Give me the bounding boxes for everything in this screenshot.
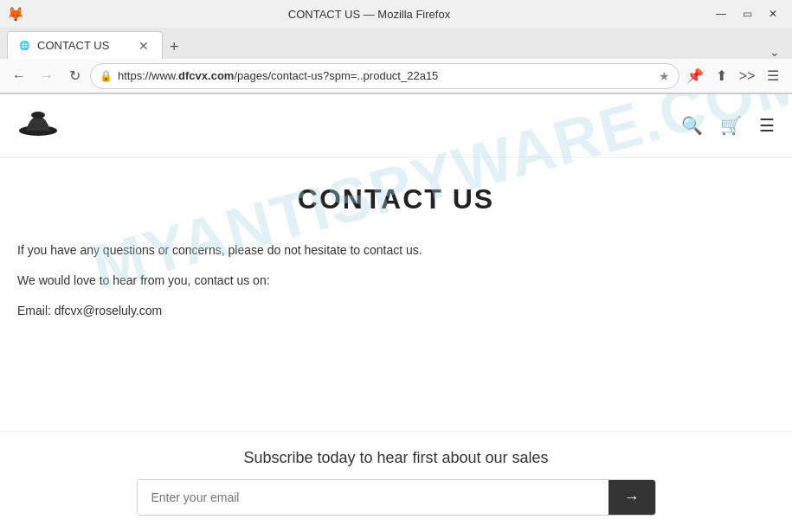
svg-point-1 <box>31 112 45 119</box>
cart-button[interactable]: 🛒 <box>720 115 742 136</box>
firefox-icon: 🦊 <box>7 6 23 22</box>
email-input[interactable] <box>138 480 608 515</box>
subscribe-form: → <box>137 479 656 516</box>
site-header: 🔍 🛒 ☰ <box>0 94 792 157</box>
email-value: dfcvx@roseluly.com <box>55 304 162 317</box>
subscribe-title: Subscribe today to hear first about our … <box>17 449 775 467</box>
reload-button[interactable]: ↻ <box>62 64 87 88</box>
navigation-bar: ← → ↻ 🔒 https://www.dfcvx.com/pages/cont… <box>0 59 792 93</box>
window-title: CONTACT US — Mozilla Firefox <box>29 8 709 21</box>
subscribe-submit-button[interactable]: → <box>608 480 655 515</box>
email-label: Email: <box>17 304 55 317</box>
tab-bar: 🌐 CONTACT US ✕ + ⌄ <box>0 28 792 59</box>
menu-button[interactable]: ☰ <box>761 64 785 88</box>
tab-label: CONTACT US <box>37 39 109 52</box>
menu-hamburger-button[interactable]: ☰ <box>759 115 775 136</box>
back-button[interactable]: ← <box>7 64 31 88</box>
nav-right-icons: 📌 ⬆ >> ☰ <box>683 64 785 88</box>
contact-paragraph-1: If you have any questions or concerns, p… <box>17 241 775 260</box>
maximize-button[interactable]: ▭ <box>735 4 759 23</box>
address-text: https://www.dfcvx.com/pages/contact-us?s… <box>118 69 654 82</box>
share-button[interactable]: ⬆ <box>709 64 733 88</box>
window-controls: — ▭ ✕ <box>709 4 785 23</box>
minimize-button[interactable]: — <box>709 4 733 23</box>
contact-paragraph-2: We would love to hear from you, contact … <box>17 272 775 290</box>
extensions-button[interactable]: >> <box>735 64 759 88</box>
domain-text: dfcvx.com <box>178 69 234 82</box>
page-title: CONTACT US <box>17 183 775 215</box>
site-logo <box>17 105 59 146</box>
pocket-button[interactable]: 📌 <box>683 64 707 88</box>
address-bar[interactable]: 🔒 https://www.dfcvx.com/pages/contact-us… <box>90 63 679 89</box>
contact-email: Email: dfcvx@roseluly.com <box>17 302 775 320</box>
new-tab-button[interactable]: + <box>163 35 186 59</box>
logo-image <box>17 105 59 146</box>
lock-icon: 🔒 <box>100 70 113 82</box>
forward-button[interactable]: → <box>35 64 59 88</box>
close-button[interactable]: ✕ <box>761 4 785 23</box>
search-button[interactable]: 🔍 <box>681 115 703 136</box>
all-tabs-button[interactable]: ⌄ <box>764 45 785 59</box>
page-content: MYANTISPYWARE.COM 🔍 🛒 ☰ CONTACT US If yo… <box>0 94 792 532</box>
main-content: CONTACT US If you have any questions or … <box>0 157 792 358</box>
active-tab[interactable]: 🌐 CONTACT US ✕ <box>7 31 163 59</box>
tab-close-button[interactable]: ✕ <box>136 38 151 54</box>
tab-favicon: 🌐 <box>18 40 30 52</box>
bookmark-star-icon[interactable]: ★ <box>659 69 670 83</box>
footer-section: Subscribe today to hear first about our … <box>0 431 792 532</box>
browser-title-bar: 🦊 CONTACT US — Mozilla Firefox — ▭ ✕ 🌐 C… <box>0 0 792 94</box>
header-right: 🔍 🛒 ☰ <box>681 115 775 136</box>
